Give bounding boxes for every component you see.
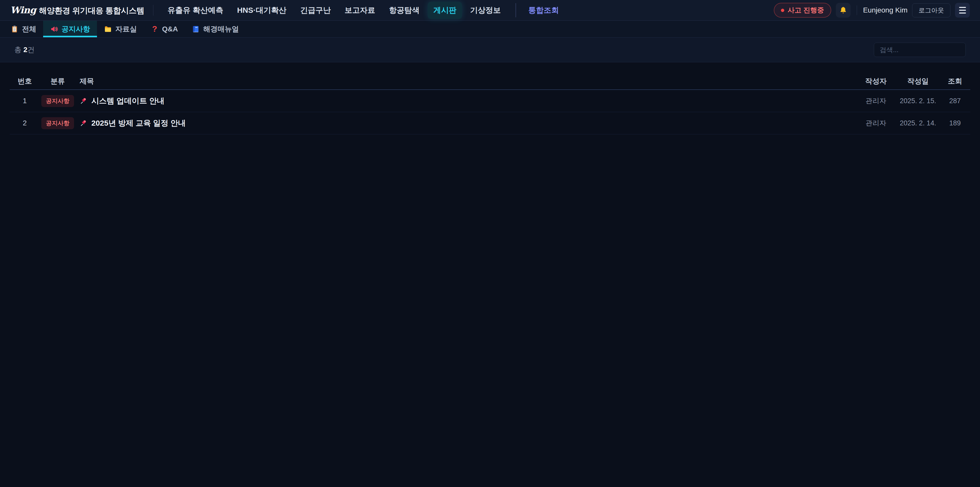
status-dot-icon bbox=[781, 9, 784, 12]
tab-notices[interactable]: 공지사항 bbox=[43, 21, 97, 37]
table-row[interactable]: 2 공지사항 2025년 방제 교육 일정 안내 관리자 2025. 2. 14… bbox=[10, 112, 970, 134]
nav-item-aerial-search[interactable]: 항공탐색 bbox=[383, 2, 425, 19]
board-content: 번호 분류 제목 작성자 작성일 조회 1 공지사항 시스템 업데이트 안내 관… bbox=[0, 73, 980, 134]
tab-label: 해경매뉴얼 bbox=[203, 24, 239, 34]
board-tabs: 전체 공지사항 자료실 ? Q&A 해경매뉴얼 bbox=[0, 21, 980, 38]
bell-icon bbox=[839, 6, 847, 14]
hamburger-menu-button[interactable] bbox=[955, 3, 970, 18]
post-title[interactable]: 시스템 업데이트 안내 bbox=[91, 96, 165, 106]
app-logo[interactable]: Wing 해양환경 위기대응 통합시스템 bbox=[10, 5, 145, 16]
nav-item-integrated-search[interactable]: 통합조회 bbox=[523, 2, 565, 19]
nav-item-board[interactable]: 게시판 bbox=[428, 2, 462, 19]
total-count: 총 2건 bbox=[14, 45, 35, 55]
nav-item-reports[interactable]: 보고자료 bbox=[339, 2, 381, 19]
tab-kcg-manual[interactable]: 해경매뉴얼 bbox=[185, 21, 246, 37]
user-name: Eunjeong Kim bbox=[863, 6, 907, 14]
logo-divider bbox=[153, 5, 153, 16]
row-number: 1 bbox=[10, 97, 40, 105]
post-views: 287 bbox=[940, 97, 970, 105]
logo-mark: Wing bbox=[10, 5, 36, 15]
post-author: 관리자 bbox=[856, 118, 896, 128]
notifications-button[interactable] bbox=[836, 3, 851, 18]
tab-label: 전체 bbox=[22, 24, 36, 34]
main-nav: 유출유 확산예측 HNS·대기확산 긴급구난 보고자료 항공탐색 게시판 기상정… bbox=[162, 2, 565, 19]
post-date: 2025. 2. 14. bbox=[896, 119, 940, 127]
table-header-row: 번호 분류 제목 작성자 작성일 조회 bbox=[10, 73, 970, 90]
topbar: Wing 해양환경 위기대응 통합시스템 유출유 확산예측 HNS·대기확산 긴… bbox=[0, 0, 980, 21]
category-badge: 공지사항 bbox=[41, 95, 74, 107]
header-date: 작성일 bbox=[896, 77, 940, 86]
list-toolbar: 총 2건 bbox=[0, 38, 980, 62]
table-row[interactable]: 1 공지사항 시스템 업데이트 안내 관리자 2025. 2. 15. 287 bbox=[10, 90, 970, 112]
nav-item-weather[interactable]: 기상정보 bbox=[465, 2, 506, 19]
tab-label: 자료실 bbox=[115, 24, 137, 34]
nav-item-oil-spill[interactable]: 유출유 확산예측 bbox=[162, 2, 229, 19]
tab-label: 공지사항 bbox=[62, 24, 90, 34]
incident-status-label: 사고 진행중 bbox=[788, 6, 824, 15]
app-title: 해양환경 위기대응 통합시스템 bbox=[39, 5, 145, 16]
pushpin-icon bbox=[80, 119, 88, 127]
question-icon: ? bbox=[151, 24, 159, 34]
megaphone-icon bbox=[50, 25, 58, 33]
user-divider bbox=[857, 5, 857, 15]
header-no: 번호 bbox=[10, 77, 40, 86]
tab-resources[interactable]: 자료실 bbox=[97, 21, 144, 37]
category-badge: 공지사항 bbox=[41, 117, 74, 129]
header-author: 작성자 bbox=[856, 77, 896, 86]
tab-label: Q&A bbox=[162, 25, 178, 33]
nav-item-hns[interactable]: HNS·대기확산 bbox=[231, 2, 292, 19]
logout-button[interactable]: 로그아웃 bbox=[912, 3, 950, 18]
book-icon bbox=[192, 25, 200, 33]
post-title[interactable]: 2025년 방제 교육 일정 안내 bbox=[91, 118, 186, 128]
hamburger-menu-icon bbox=[959, 7, 966, 8]
nav-item-rescue[interactable]: 긴급구난 bbox=[294, 2, 336, 19]
post-author: 관리자 bbox=[856, 96, 896, 105]
search-input[interactable] bbox=[874, 43, 966, 57]
header-title: 제목 bbox=[76, 77, 856, 86]
post-views: 189 bbox=[940, 119, 970, 127]
incident-status-badge[interactable]: 사고 진행중 bbox=[774, 3, 831, 18]
row-number: 2 bbox=[10, 119, 40, 127]
tab-all[interactable]: 전체 bbox=[3, 21, 43, 37]
folder-icon bbox=[104, 25, 112, 33]
pushpin-icon bbox=[80, 97, 88, 105]
header-category: 분류 bbox=[40, 77, 76, 86]
clipboard-icon bbox=[11, 25, 19, 33]
nav-divider bbox=[515, 3, 516, 18]
post-date: 2025. 2. 15. bbox=[896, 97, 940, 105]
header-views: 조회 bbox=[940, 77, 970, 86]
tab-qna[interactable]: ? Q&A bbox=[144, 21, 185, 37]
total-count-value: 2 bbox=[24, 46, 27, 54]
